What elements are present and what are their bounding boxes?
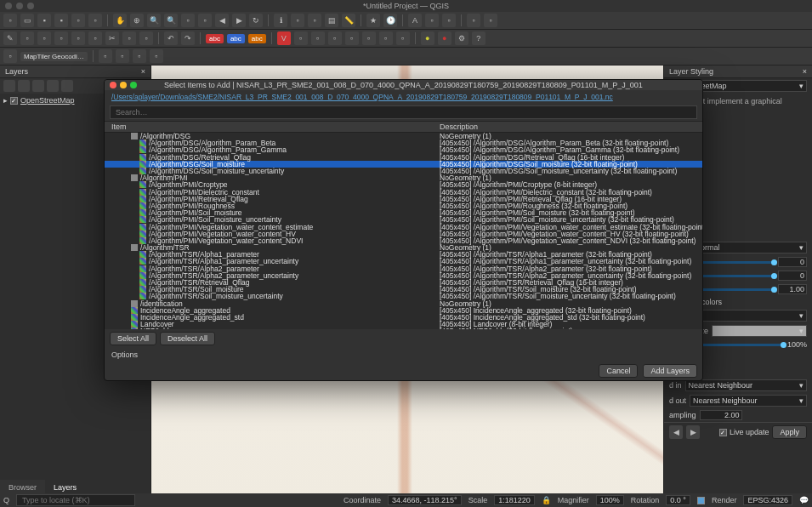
layer-expand-icon[interactable]: [32, 80, 44, 92]
contrast-input[interactable]: 0: [778, 271, 807, 281]
pan-selection-icon[interactable]: ⊕: [130, 14, 144, 27]
deselect-icon[interactable]: ▫: [308, 14, 321, 27]
column-header-description[interactable]: Description: [436, 122, 702, 131]
save-as-icon[interactable]: ▪: [54, 14, 68, 27]
plugin-icon[interactable]: ▫: [467, 14, 480, 27]
print-icon[interactable]: ▫: [71, 14, 85, 27]
vector-new-icon[interactable]: V: [277, 31, 291, 45]
undo-icon[interactable]: ↶: [164, 31, 178, 45]
zoom-layer-icon[interactable]: ▫: [198, 14, 212, 27]
paste-icon[interactable]: ▫: [139, 31, 153, 45]
tag-abc3-icon[interactable]: abc: [248, 34, 266, 43]
zoom-last-icon[interactable]: ◀: [215, 14, 229, 27]
panel-close-icon[interactable]: ×: [141, 67, 145, 76]
colorize-color[interactable]: ▾: [712, 325, 807, 337]
diagram-icon[interactable]: ▫: [425, 14, 439, 27]
tab-browser[interactable]: Browser: [0, 480, 45, 493]
measure-icon[interactable]: 📏: [342, 14, 355, 27]
identify-icon[interactable]: ℹ: [274, 14, 287, 27]
python-icon[interactable]: ▫: [484, 14, 497, 27]
add-layers-button[interactable]: Add Layers: [643, 364, 697, 378]
live-update-checkbox[interactable]: [719, 429, 727, 436]
locator-input[interactable]: [16, 494, 135, 506]
processing-icon[interactable]: ⚙: [455, 31, 468, 45]
add-raster-icon[interactable]: ▫: [311, 31, 325, 45]
copy-icon[interactable]: ▫: [122, 31, 136, 45]
annotation-icon[interactable]: ▫: [442, 14, 456, 27]
move-feature-icon[interactable]: ▫: [54, 31, 68, 45]
coordinate-display[interactable]: 34.4668, -118.215°: [388, 495, 462, 505]
strength-slider[interactable]: [701, 344, 784, 346]
window-close-icon[interactable]: [5, 3, 12, 9]
blend-mode-combo[interactable]: Normal▾: [692, 242, 807, 254]
apply-button[interactable]: Apply: [772, 425, 807, 439]
zoomed-out-combo[interactable]: Nearest Neighbour▾: [690, 395, 807, 407]
expand-icon[interactable]: ▸: [3, 96, 8, 105]
redo-icon[interactable]: ↷: [181, 31, 195, 45]
add-feature-icon[interactable]: ▫: [37, 31, 51, 45]
panel-close-icon[interactable]: ×: [803, 67, 807, 76]
layer-style-icon[interactable]: [3, 80, 15, 92]
pan-icon[interactable]: ✋: [113, 14, 127, 27]
maptiler-button[interactable]: MapTiler Geocodi…: [20, 52, 88, 61]
log-icon[interactable]: 💬: [799, 496, 809, 504]
add-wfs-icon[interactable]: ▫: [379, 31, 393, 45]
zoom-full-icon[interactable]: ▫: [181, 14, 195, 27]
attributes-icon[interactable]: ▤: [325, 14, 338, 27]
magnifier-input[interactable]: 100%: [596, 495, 624, 505]
add-mesh-icon[interactable]: ▫: [328, 31, 342, 45]
window-minimize-icon[interactable]: [16, 3, 23, 9]
deselect-all-button[interactable]: Deselect All: [160, 332, 215, 345]
data-source-icon[interactable]: ▫: [3, 49, 17, 63]
node-tool-icon[interactable]: ▫: [71, 31, 85, 45]
dialog-item-list[interactable]: /Algorithm/DSGNoGeometry (1)/Algorithm/D…: [105, 133, 702, 329]
trace-icon[interactable]: ▫: [116, 49, 129, 63]
layout-icon[interactable]: ▫: [88, 14, 102, 27]
mesh-icon[interactable]: ▫: [150, 49, 163, 63]
history-fwd-icon[interactable]: ▶: [686, 425, 700, 439]
tag-abc-icon[interactable]: abc: [206, 34, 224, 43]
temporal-icon[interactable]: 🕑: [383, 14, 397, 27]
tab-layers[interactable]: Layers: [45, 480, 85, 493]
new-project-icon[interactable]: ▫: [3, 14, 17, 27]
crs-button[interactable]: EPSG:4326: [743, 495, 792, 505]
cancel-button[interactable]: Cancel: [599, 364, 638, 378]
rotation-input[interactable]: 0.0 °: [666, 495, 690, 505]
layer-remove-icon[interactable]: [61, 80, 73, 92]
add-wms-icon[interactable]: ▫: [362, 31, 376, 45]
add-vector-icon[interactable]: ▫: [294, 31, 308, 45]
lock-icon[interactable]: 🔒: [542, 496, 551, 504]
open-project-icon[interactable]: ▭: [20, 14, 34, 27]
cad-icon[interactable]: ▫: [133, 49, 146, 63]
history-back-icon[interactable]: ◀: [669, 425, 683, 439]
tag-abc2-icon[interactable]: abc: [227, 34, 245, 43]
layer-checkbox[interactable]: [10, 97, 18, 105]
dialog-search-input[interactable]: [110, 105, 697, 119]
layer-filter-icon[interactable]: [18, 80, 30, 92]
add-postgis-icon[interactable]: ▫: [396, 31, 410, 45]
cut-icon[interactable]: ✂: [105, 31, 119, 45]
zoomed-in-combo[interactable]: Nearest Neighbour▾: [685, 379, 807, 391]
render-checkbox[interactable]: [697, 497, 705, 504]
delete-icon[interactable]: ▫: [88, 31, 102, 45]
zoom-in-icon[interactable]: 🔍: [147, 14, 161, 27]
window-zoom-icon[interactable]: [27, 3, 34, 9]
add-csv-icon[interactable]: ▫: [345, 31, 359, 45]
bookmark-icon[interactable]: ★: [366, 14, 380, 27]
zoom-next-icon[interactable]: ▶: [232, 14, 246, 27]
messages-icon[interactable]: Q: [3, 496, 9, 504]
python-console-icon[interactable]: ●: [421, 31, 434, 45]
dialog-file-path[interactable]: /Users/aplayer/Downloads/SME2/NISAR_L3_P…: [105, 90, 702, 104]
options-label[interactable]: Options: [105, 348, 702, 362]
save-icon[interactable]: ▪: [37, 14, 51, 27]
refresh-icon[interactable]: ↻: [249, 14, 263, 27]
help-icon[interactable]: ?: [472, 31, 485, 45]
edit-icon[interactable]: ✎: [3, 31, 17, 45]
layer-collapse-icon[interactable]: [47, 80, 59, 92]
labels-icon[interactable]: A: [408, 14, 422, 27]
scale-combo[interactable]: 1:181220: [494, 495, 535, 505]
save-edits-icon[interactable]: ▫: [20, 31, 34, 45]
select-all-button[interactable]: Select All: [110, 332, 156, 345]
snap-icon[interactable]: ▫: [99, 49, 112, 63]
gamma-input[interactable]: 1.00: [778, 284, 807, 294]
